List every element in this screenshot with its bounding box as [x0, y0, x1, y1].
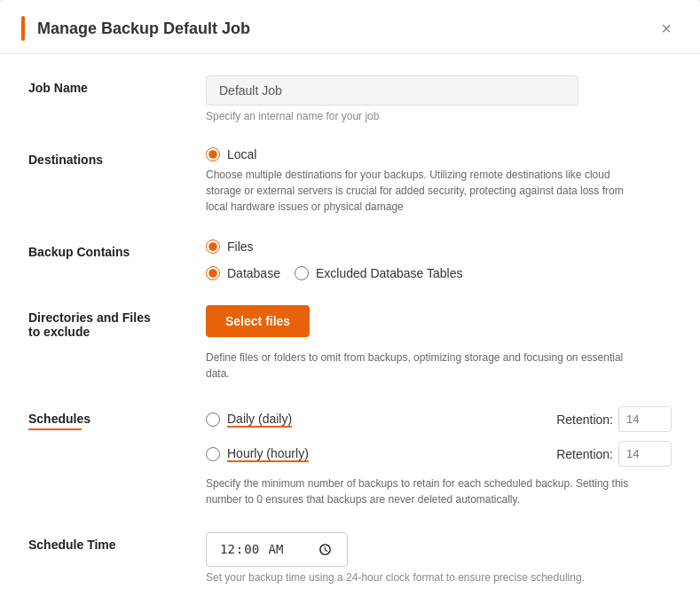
exclude-description: Define files or folders to omit from bac… — [206, 350, 632, 381]
manage-backup-dialog: Manage Backup Default Job × Job Name Spe… — [0, 0, 700, 597]
job-name-hint: Specify an internal name for your job — [206, 110, 672, 122]
job-name-input[interactable] — [206, 75, 578, 106]
retention-daily-label: Retention: — [556, 412, 613, 427]
backup-database-radio[interactable] — [206, 266, 220, 280]
backup-database-row: Database Excluded Database Tables — [206, 266, 672, 280]
schedule-time-content: Set your backup time using a 24-hour clo… — [206, 532, 672, 584]
backup-excluded-db-radio[interactable] — [295, 266, 309, 280]
schedule-time-label: Schedule Time — [28, 532, 206, 552]
close-button[interactable]: × — [654, 16, 679, 41]
retention-hourly-group: Retention: — [556, 441, 672, 467]
backup-db-radio-row: Database — [206, 266, 280, 280]
exclude-label: Directories and Files to exclude — [28, 305, 206, 339]
schedules-description: Specify the minimum number of backups to… — [206, 475, 632, 507]
schedule-time-hint: Set your backup time using a 24-hour clo… — [206, 571, 672, 584]
dialog-body: Job Name Specify an internal name for yo… — [0, 54, 700, 597]
schedules-row: Schedules Daily (daily) Retention: — [28, 406, 672, 507]
backup-contains-label: Backup Contains — [28, 240, 206, 259]
header-accent: Manage Backup Default Job — [21, 16, 250, 41]
schedule-daily-label: Daily (daily) — [227, 412, 292, 428]
backup-excluded-db-radio-row: Excluded Database Tables — [295, 266, 463, 280]
backup-contains-content: Files Database Excluded Database Tables — [206, 240, 672, 280]
job-name-label: Job Name — [28, 75, 206, 95]
destination-local-radio[interactable] — [206, 147, 220, 161]
select-files-button[interactable]: Select files — [206, 305, 310, 337]
destinations-row: Destinations Local Choose multiple desti… — [28, 147, 672, 215]
schedule-hourly-radio[interactable] — [206, 447, 220, 461]
schedule-time-row: Schedule Time Set your backup time using… — [28, 532, 672, 584]
time-input-wrap — [206, 532, 672, 567]
destinations-radio-row: Local — [206, 147, 672, 161]
schedules-label: Schedules — [28, 406, 206, 430]
backup-files-radio[interactable] — [206, 240, 220, 254]
destinations-description: Choose multiple destinations for your ba… — [206, 167, 632, 215]
destinations-content: Local Choose multiple destinations for y… — [206, 147, 672, 215]
backup-database-label: Database — [227, 266, 280, 280]
schedule-hourly-label: Hourly (hourly) — [227, 446, 309, 462]
schedule-daily-row: Daily (daily) — [206, 412, 292, 428]
job-name-content: Specify an internal name for your job — [206, 75, 672, 122]
retention-daily-group: Retention: — [556, 406, 672, 432]
schedule-time-input[interactable] — [206, 532, 348, 567]
schedule-daily-radio[interactable] — [206, 412, 220, 427]
job-name-row: Job Name Specify an internal name for yo… — [28, 75, 672, 122]
backup-excluded-db-label: Excluded Database Tables — [316, 266, 463, 280]
retention-hourly-label: Retention: — [556, 447, 613, 461]
schedule-hourly-row: Hourly (hourly) — [206, 446, 309, 462]
destinations-label: Destinations — [28, 147, 206, 167]
exclude-row: Directories and Files to exclude Select … — [28, 305, 672, 381]
exclude-content: Select files Define files or folders to … — [206, 305, 672, 381]
retention-hourly-input[interactable] — [618, 441, 672, 467]
header-bar — [21, 16, 25, 41]
backup-files-row: Files — [206, 240, 672, 254]
retention-daily-input[interactable] — [618, 406, 672, 432]
backup-files-label: Files — [227, 240, 254, 254]
dialog-header: Manage Backup Default Job × — [0, 0, 700, 54]
destination-local-label: Local — [227, 147, 256, 161]
dialog-title: Manage Backup Default Job — [37, 20, 250, 38]
schedules-content: Daily (daily) Retention: Hourly (hourly) — [206, 406, 672, 507]
backup-contains-row: Backup Contains Files Database Excluded … — [28, 240, 672, 280]
